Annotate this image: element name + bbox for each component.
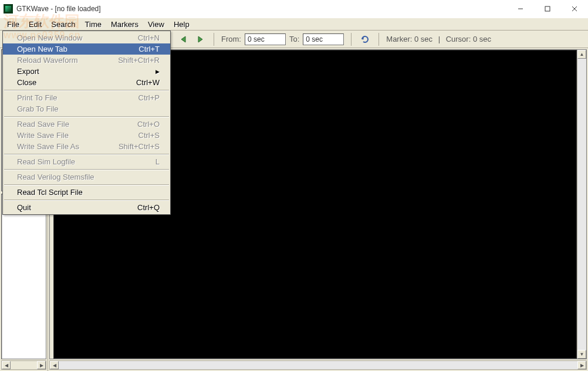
menu-item-read-save-file: Read Save FileCtrl+O xyxy=(3,119,170,130)
menu-item-label: Write Save File xyxy=(17,131,138,140)
menu-help[interactable]: Help xyxy=(169,19,194,30)
cursor-status: Cursor: 0 sec xyxy=(446,35,491,43)
menu-item-export[interactable]: Export▶ xyxy=(3,66,170,77)
menu-view[interactable]: View xyxy=(143,19,169,30)
menu-item-label: Write Save File As xyxy=(17,142,119,151)
menu-separator xyxy=(4,169,169,170)
menu-item-open-new-tab[interactable]: Open New TabCtrl+T xyxy=(3,43,170,55)
menu-item-print-to-file: Print To FileCtrl+P xyxy=(3,92,170,103)
submenu-arrow-icon: ▶ xyxy=(156,69,160,75)
menu-item-grab-to-file: Grab To File xyxy=(3,103,170,114)
toolbar-separator xyxy=(379,33,379,46)
scroll-left-icon[interactable]: ◀ xyxy=(2,361,11,369)
menu-item-accel: L xyxy=(156,157,160,166)
from-label: From: xyxy=(221,35,241,43)
toolbar-separator xyxy=(214,33,214,46)
marker-status: Marker: 0 sec xyxy=(386,35,432,43)
menu-item-read-tcl-script-file[interactable]: Read Tcl Script File xyxy=(3,187,170,198)
window-title: GTKWave - [no file loaded] xyxy=(16,5,101,13)
nav-prev-button[interactable] xyxy=(177,33,190,46)
menu-item-accel: Ctrl+T xyxy=(138,45,160,53)
reload-button[interactable] xyxy=(359,33,371,46)
nav-next-button[interactable] xyxy=(194,33,207,46)
menu-search[interactable]: Search xyxy=(46,19,80,30)
menu-file[interactable]: File xyxy=(2,19,24,30)
menu-item-read-sim-logfile: Read Sim LogfileL xyxy=(3,156,170,167)
menu-separator xyxy=(4,154,169,154)
close-button[interactable] xyxy=(561,0,588,18)
menu-item-open-new-window: Open New WindowCtrl+N xyxy=(3,32,170,43)
menu-item-label: Read Tcl Script File xyxy=(17,188,160,197)
file-menu-dropdown: Open New WindowCtrl+NOpen New TabCtrl+TR… xyxy=(2,31,171,215)
menu-item-accel: Ctrl+W xyxy=(136,78,160,87)
to-label: To: xyxy=(289,35,299,43)
window-controls xyxy=(507,0,588,18)
to-input[interactable] xyxy=(303,33,344,45)
menu-item-reload-waveform: Reload WaveformShift+Ctrl+R xyxy=(3,55,170,66)
menu-item-label: Close xyxy=(17,78,136,87)
menu-item-close[interactable]: CloseCtrl+W xyxy=(3,77,170,88)
toolbar-separator xyxy=(351,33,352,46)
minimize-button[interactable] xyxy=(507,0,534,18)
menu-item-write-save-file: Write Save FileCtrl+S xyxy=(3,130,170,141)
svg-marker-4 xyxy=(181,36,185,42)
menu-item-label: Open New Tab xyxy=(17,45,138,53)
from-input[interactable] xyxy=(245,33,286,45)
menu-item-label: Open New Window xyxy=(17,33,138,42)
menu-separator xyxy=(4,116,169,117)
menu-time[interactable]: Time xyxy=(80,19,106,30)
menu-item-label: Grab To File xyxy=(17,104,160,113)
menu-separator xyxy=(4,90,169,90)
menu-separator xyxy=(4,184,169,185)
menu-item-accel: Ctrl+Q xyxy=(137,203,160,212)
menu-item-accel: Ctrl+P xyxy=(138,93,160,102)
menu-item-write-save-file-as: Write Save File AsShift+Ctrl+S xyxy=(3,141,170,152)
scroll-left-icon[interactable]: ◀ xyxy=(50,361,59,369)
menu-item-label: Print To File xyxy=(17,93,138,102)
left-hscrollbar[interactable]: ◀ ▶ xyxy=(1,360,46,370)
scroll-right-icon[interactable]: ▶ xyxy=(37,361,46,369)
menu-item-label: Quit xyxy=(17,203,137,212)
menu-item-label: Read Sim Logfile xyxy=(17,157,156,166)
menu-item-accel: Ctrl+N xyxy=(138,33,160,42)
menu-separator xyxy=(4,200,169,200)
title-bar: GTKWave - [no file loaded] xyxy=(0,0,588,18)
menu-item-accel: Shift+Ctrl+S xyxy=(119,142,160,151)
menu-item-label: Export xyxy=(17,67,156,76)
signals-pane[interactable] xyxy=(1,194,46,359)
wave-hscrollbar[interactable]: ◀ ▶ xyxy=(49,360,587,370)
menu-item-accel: Shift+Ctrl+R xyxy=(118,56,160,65)
scroll-up-icon[interactable]: ▲ xyxy=(577,50,586,59)
maximize-button[interactable] xyxy=(534,0,561,18)
menu-item-accel: Ctrl+O xyxy=(137,120,160,129)
app-icon xyxy=(4,4,13,14)
svg-rect-1 xyxy=(545,6,550,11)
scroll-right-icon[interactable]: ▶ xyxy=(577,361,586,369)
menu-item-label: Read Verilog Stemsfile xyxy=(17,173,160,181)
menu-item-quit[interactable]: QuitCtrl+Q xyxy=(3,202,170,213)
menu-item-read-verilog-stemsfile: Read Verilog Stemsfile xyxy=(3,171,170,183)
svg-marker-5 xyxy=(198,36,202,42)
menu-bar: File Edit Search Time Markers View Help xyxy=(0,18,588,31)
menu-markers[interactable]: Markers xyxy=(106,19,143,30)
menu-item-label: Reload Waveform xyxy=(17,56,118,65)
menu-item-accel: Ctrl+S xyxy=(138,131,160,140)
status-divider: | xyxy=(436,35,442,43)
wave-vscrollbar[interactable]: ▲ ▼ xyxy=(577,50,586,359)
menu-item-label: Read Save File xyxy=(17,120,137,129)
menu-edit[interactable]: Edit xyxy=(24,19,46,30)
scroll-down-icon[interactable]: ▼ xyxy=(577,350,586,359)
